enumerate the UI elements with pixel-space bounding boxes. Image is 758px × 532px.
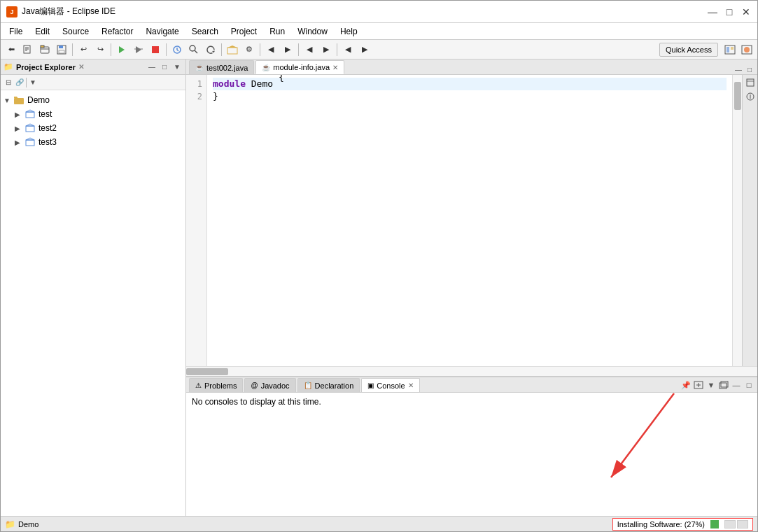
code-content[interactable]: module Demo { } [207,75,732,366]
toolbar-end-icons [722,42,755,57]
toolbar-stop[interactable] [148,42,163,57]
tab-test002[interactable]: ☕ test002.java [189,60,254,74]
sidebar-toolbar-sep [26,78,27,88]
menu-search[interactable]: Search [186,25,224,38]
menu-window[interactable]: Window [292,25,333,38]
tree-item-demo[interactable]: ▼ Demo [1,93,185,107]
perspective-open[interactable] [722,42,738,57]
gutter-line-1: 1 [186,78,206,90]
toolbar-next-edit[interactable]: ▶ [357,42,372,57]
toolbar-last-edit[interactable]: ◀ [340,42,356,57]
toolbar-nav-prev[interactable]: ◀ [263,42,279,57]
console-text: No consoles to display at this time. [192,397,321,407]
tab-javadoc-label: Javadoc [261,382,290,390]
toolbar-nav-back[interactable]: ◀ [302,42,317,57]
console-toolbar-minimize[interactable]: — [731,379,742,391]
toolbar-sep-4 [221,43,222,56]
rt-btn-1[interactable] [744,76,757,89]
console-toolbar-maximize[interactable]: □ [743,379,755,391]
svg-rect-5 [41,46,44,48]
perspective-switch[interactable] [739,42,755,57]
tab-maximize[interactable]: □ [745,64,755,74]
toolbar-undo[interactable]: ↩ [76,42,91,57]
menu-help[interactable]: Help [335,25,363,38]
tab-declaration[interactable]: 📋 Declaration [297,378,360,392]
sidebar-dropdown-icon[interactable]: ▼ [171,62,183,73]
status-project-icon: 📁 [5,519,15,529]
tab-module-info[interactable]: ☕ module-info.java ✕ [255,60,344,74]
console-toolbar-pin[interactable]: 📌 [680,379,692,391]
toolbar-sep-2 [111,43,111,56]
menu-edit[interactable]: Edit [29,25,55,38]
code-line-1: module Demo { [213,78,727,90]
status-project-name: Demo [18,520,38,528]
tree-item-test3[interactable]: ▶ test3 [1,135,185,149]
tab-console-close[interactable]: ✕ [408,382,414,389]
console-toolbar-new[interactable] [693,379,704,391]
maximize-button[interactable]: □ [724,6,735,18]
tab-minimize[interactable]: — [734,64,743,74]
main-toolbar: ⬅ ↩ ↪ ⚙ ◀ ▶ ◀ ▶ ◀ ▶ Quick Access [1,40,757,59]
console-toolbar-copy[interactable] [718,379,729,391]
minimize-button[interactable]: — [707,6,718,18]
toolbar-sep-6 [298,43,299,56]
sidebar-link-editor[interactable]: 🔗 [15,78,24,88]
menu-refactor[interactable]: Refactor [96,25,139,38]
toolbar-back[interactable]: ⬅ [3,42,19,57]
h-scroll-thumb[interactable] [186,368,228,375]
svg-marker-28 [26,124,34,126]
svg-rect-31 [747,79,754,86]
sidebar-view-menu[interactable]: ▼ [28,78,38,88]
svg-rect-7 [59,46,63,48]
scrollbar-thumb[interactable] [734,82,741,110]
tree-item-test2[interactable]: ▶ test2 [1,121,185,135]
progress-icon-2[interactable] [737,520,748,528]
tab-module-info-close[interactable]: ✕ [332,64,338,71]
package-icon-test2 [24,122,36,134]
toolbar-search[interactable] [186,42,202,57]
quick-access-button[interactable]: Quick Access [659,43,718,57]
menu-source[interactable]: Source [57,25,94,38]
package-icon-test [24,108,36,120]
tab-problems[interactable]: ⚠ Problems [189,378,243,392]
menu-navigate[interactable]: Navigate [140,25,184,38]
h-scrollbar[interactable] [186,366,757,376]
tree-item-test2-label: test2 [38,123,57,133]
editor-scrollbar[interactable] [732,75,742,366]
menu-project[interactable]: Project [225,25,262,38]
toolbar-refresh[interactable] [203,42,218,57]
toolbar-debug[interactable] [131,42,146,57]
sidebar-collapse-all[interactable]: ⊟ [3,78,13,88]
toolbar-new[interactable] [20,42,36,57]
title-left: J Java编辑器 - Eclipse IDE [6,6,115,18]
tab-console[interactable]: ▣ Console ✕ [361,378,419,392]
close-button[interactable]: ✕ [741,6,752,18]
menu-bar: File Edit Source Refactor Navigate Searc… [1,23,757,40]
toolbar-redo[interactable]: ↪ [92,42,108,57]
status-left: 📁 Demo [5,519,38,529]
tree-item-test[interactable]: ▶ test [1,107,185,121]
svg-point-23 [744,47,750,52]
toolbar-open[interactable] [37,42,52,57]
menu-file[interactable]: File [3,25,28,38]
svg-marker-9 [119,46,125,53]
console-toolbar-open[interactable]: ▼ [706,379,717,391]
toolbar-nav-fwd[interactable]: ▶ [318,42,334,57]
menu-run[interactable]: Run [264,25,290,38]
sidebar-maximize-icon[interactable]: □ [159,62,170,73]
toolbar-run[interactable] [114,42,129,57]
toolbar-build[interactable] [169,42,185,57]
progress-icon-1[interactable] [724,520,736,528]
tab-console-icon: ▣ [367,382,374,389]
tab-end-controls: — □ [734,64,755,74]
app-title: Java编辑器 - Eclipse IDE [22,6,115,18]
toolbar-nav-next[interactable]: ▶ [280,42,295,57]
toolbar-save[interactable] [54,42,69,57]
rt-btn-2[interactable] [744,90,757,103]
package-icon-test3 [24,136,36,148]
toolbar-pkg[interactable] [225,42,240,57]
tab-javadoc[interactable]: @ Javadoc [244,378,295,392]
sidebar-minimize-icon[interactable]: — [146,62,157,73]
toolbar-settings[interactable]: ⚙ [241,42,257,57]
code-editor: 1 2 module Demo { } [186,75,742,366]
